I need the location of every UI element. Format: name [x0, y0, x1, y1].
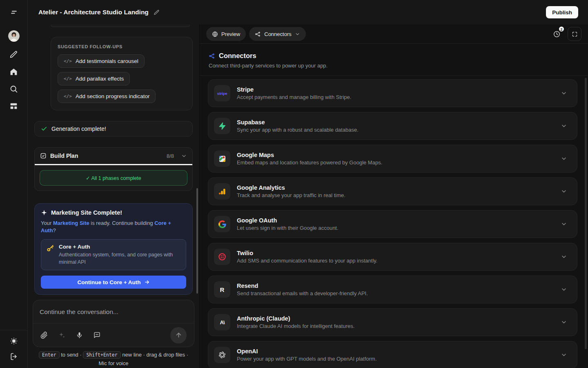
main-scrollbar[interactable]	[585, 78, 587, 349]
rail-item-search[interactable]	[9, 84, 18, 93]
connector-row[interactable]: R Resend Send transactional emails with …	[208, 276, 577, 303]
connector-description: Sync your app with a robust and scalable…	[237, 127, 359, 133]
logout-button[interactable]	[10, 352, 18, 361]
connector-description: Track and analyse your app traffic in re…	[237, 192, 345, 198]
milestone-card: Marketing Site Complete! Your Marketing …	[34, 203, 193, 295]
chat-input[interactable]: Continue the conversation...	[33, 300, 194, 323]
avatar[interactable]	[8, 30, 20, 42]
fullscreen-button[interactable]	[568, 27, 581, 41]
connector-name: Anthropic (Claude)	[237, 315, 354, 322]
google-analytics-logo-icon	[214, 183, 230, 200]
chevron-down-icon	[561, 352, 567, 358]
tab-preview[interactable]: Preview	[206, 27, 246, 41]
theme-toggle-button[interactable]	[10, 337, 18, 345]
suggested-followup-label: Add parallax effects	[76, 76, 124, 82]
resend-logo-icon: R	[214, 281, 230, 298]
project-title: Atelier - Architecture Studio Landing	[38, 9, 149, 16]
connector-row[interactable]: stripe Stripe Accept payments and manage…	[208, 79, 577, 107]
chat-panel: SUGGESTED FOLLOW-UPS </> Add testimonial…	[28, 25, 199, 368]
chat-scroll-area[interactable]: SUGGESTED FOLLOW-UPS </> Add testimonial…	[28, 25, 199, 296]
key-icon	[46, 244, 54, 252]
rail-item-projects[interactable]	[9, 101, 18, 110]
connector-name: Resend	[237, 283, 368, 289]
google-logo-icon	[214, 216, 230, 232]
connector-row[interactable]: OpenAI Power your app with GPT models an…	[208, 341, 577, 368]
milestone-title: Marketing Site Complete!	[51, 209, 122, 216]
connector-description: Send transactional emails with a develop…	[237, 290, 368, 296]
suggested-followup-button[interactable]: </> Add section progress indicator	[58, 90, 156, 103]
build-plan-header[interactable]: Build Plan 8/8	[35, 148, 192, 164]
suggested-followup-label: Add testimonials carousel	[76, 58, 138, 64]
microphone-icon	[76, 332, 83, 339]
generation-complete-text: Generation complete!	[51, 126, 106, 132]
pencil-icon	[9, 50, 18, 59]
sparkles-icon	[58, 332, 65, 339]
connector-description: Let users sign in with their Google acco…	[237, 225, 339, 231]
connectors-subtitle: Connect third-party services to power up…	[209, 63, 579, 69]
enhance-prompt-button[interactable]	[58, 332, 65, 339]
send-button[interactable]	[170, 327, 187, 343]
chat-scrollbar[interactable]	[196, 188, 198, 294]
menu-icon	[10, 8, 18, 16]
twilio-logo-icon	[214, 249, 230, 265]
publish-button[interactable]: Publish	[546, 6, 578, 18]
suggested-followup-button[interactable]: </> Add parallax effects	[58, 72, 130, 85]
edit-title-button[interactable]	[154, 9, 160, 16]
connector-row[interactable]: Google Maps Embed maps and location feat…	[208, 145, 577, 173]
chevron-down-icon	[181, 153, 187, 159]
connector-description: Integrate Claude AI models for intellige…	[237, 323, 354, 329]
milestone-body: Your Marketing Site is ready. Continue b…	[41, 220, 186, 234]
previous-message-card-partial	[51, 25, 190, 27]
connector-name: Google Analytics	[237, 184, 345, 191]
connector-description: Add SMS and communication features to yo…	[237, 258, 377, 264]
continue-to-core-auth-button[interactable]: Continue to Core + Auth	[41, 276, 186, 289]
connector-name: Stripe	[237, 86, 351, 93]
home-icon	[9, 67, 18, 76]
marketing-site-link[interactable]: Marketing Site	[53, 220, 89, 226]
connector-icon	[209, 53, 215, 59]
suggested-followup-button[interactable]: </> Add testimonials carousel	[58, 54, 145, 68]
connector-row[interactable]: Google Analytics Track and analyse your …	[208, 177, 577, 205]
connector-name: Supabase	[237, 119, 359, 126]
app-window: Atelier - Architecture Studio Landing Pu…	[0, 0, 588, 368]
connector-row[interactable]: Twilio Add SMS and communication feature…	[208, 243, 577, 271]
check-icon	[41, 126, 47, 132]
connector-row[interactable]: Google OAuth Let users sign in with thei…	[208, 210, 577, 238]
mic-button[interactable]	[76, 332, 83, 339]
rail-item-compose[interactable]	[9, 50, 18, 59]
attach-file-button[interactable]	[40, 332, 48, 339]
suggested-followups-list: </> Add testimonials carousel </> Add pa…	[58, 54, 186, 103]
connector-icon	[255, 31, 261, 37]
composer-zone: Continue the conversation...	[28, 296, 199, 368]
connectors-list: stripe Stripe Accept payments and manage…	[200, 76, 588, 368]
anthropic-logo-icon: A\	[214, 314, 230, 330]
rail-bottom	[0, 330, 27, 368]
chevron-down-icon	[561, 254, 567, 260]
history-button[interactable]: 2	[550, 27, 564, 41]
stripe-logo-icon: stripe	[214, 85, 230, 101]
connector-description: Accept payments and manage billing with …	[237, 94, 351, 100]
tab-connectors[interactable]: Connectors	[249, 27, 305, 41]
connector-row[interactable]: Supabase Sync your app with a robust and…	[208, 112, 577, 140]
layout-grid-icon	[9, 102, 18, 110]
enter-kbd: Enter	[39, 351, 60, 359]
suggested-followups-card: SUGGESTED FOLLOW-UPS </> Add testimonial…	[51, 37, 193, 110]
connector-name: OpenAI	[237, 348, 376, 355]
arrow-right-icon	[144, 279, 150, 285]
google-maps-logo-icon	[214, 150, 230, 167]
composer-hints: Enter to send · Shift+Enter new line · d…	[33, 347, 194, 368]
feedback-button[interactable]	[94, 332, 100, 339]
sun-icon	[10, 337, 18, 345]
build-plan-count: 8/8	[167, 153, 174, 159]
next-phase-card: Core + Auth Authentication system, forms…	[41, 239, 186, 270]
code-icon: </>	[64, 94, 72, 99]
rail-item-home[interactable]	[9, 67, 18, 76]
sidebar-toggle-button[interactable]	[8, 7, 20, 18]
chevron-down-icon	[295, 31, 300, 37]
search-icon	[9, 85, 18, 93]
logout-icon	[10, 352, 18, 361]
connector-description: Power your app with GPT models and the O…	[237, 356, 376, 362]
chevron-down-icon	[561, 188, 567, 195]
connector-row[interactable]: A\ Anthropic (Claude) Integrate Claude A…	[208, 308, 577, 336]
connector-name: Twilio	[237, 250, 377, 256]
